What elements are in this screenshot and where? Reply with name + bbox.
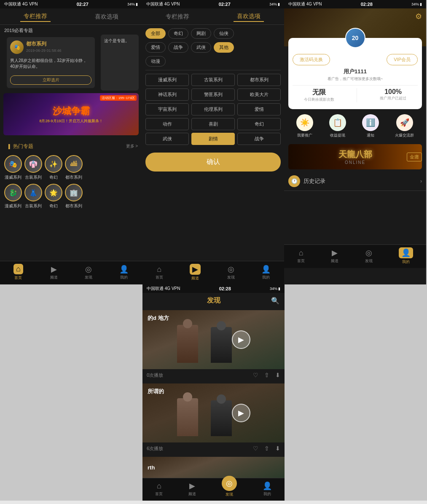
grid-tag-10[interactable]: 喜剧: [191, 118, 235, 130]
content-card-1: 🎭 都市系列 2019-06-29 01:58:46 男人28岁之前都很自信，3…: [7, 37, 95, 88]
nav-tab-col-2[interactable]: 专栏推荐: [162, 12, 193, 21]
time-1: 02:27: [77, 2, 89, 7]
history-section[interactable]: 🕐 历史记录 ›: [284, 172, 426, 191]
topic-item-2[interactable]: ✨ 奇幻: [45, 155, 62, 180]
grid-tag-9[interactable]: 动作: [145, 118, 189, 130]
bottom-nav-home-4[interactable]: ⌂ 首页: [155, 482, 163, 497]
bottom-nav-channel-1[interactable]: ▶ 频道: [50, 265, 58, 280]
settings-icon[interactable]: ⚙: [415, 12, 422, 21]
banner-title: 沙城争霸: [39, 105, 102, 118]
like-icon-1[interactable]: ♡: [253, 445, 258, 452]
activate-btn[interactable]: 激活码兑换: [293, 54, 330, 65]
action-notify[interactable]: ℹ️ 通知: [362, 114, 379, 138]
grid-tag-13[interactable]: 剧情: [191, 133, 235, 145]
tag-xianxia[interactable]: 仙侠: [214, 28, 234, 39]
watch-now-button[interactable]: 立即选片: [10, 75, 91, 85]
home-icon-1: ⌂: [13, 264, 23, 274]
grid-tag-8[interactable]: 爱情: [237, 103, 281, 115]
topic-avatar-3: 🏙: [65, 155, 83, 173]
battery-icons-4: 34%▮: [270, 287, 280, 291]
tag-all[interactable]: 全部: [145, 28, 166, 39]
tag-war[interactable]: 战争: [168, 42, 188, 53]
time-4: 02:28: [219, 286, 231, 291]
bottom-nav-discover-1[interactable]: ◎ 发现: [85, 265, 92, 280]
play-btn-0[interactable]: ▶: [232, 330, 250, 349]
play-btn-1[interactable]: ▶: [232, 404, 250, 422]
search-icon-4[interactable]: 🔍: [271, 297, 279, 305]
grid-tag-4[interactable]: 警匪系列: [191, 88, 235, 101]
topic-item-0[interactable]: 🎭 漫威系列: [4, 155, 22, 180]
bottom-nav-my-2[interactable]: 👤 我的: [261, 265, 271, 280]
share-icon-1[interactable]: ⇧: [264, 445, 269, 452]
topic-item-1[interactable]: 👘 古装系列: [24, 155, 42, 180]
bottom-nav-channel-4[interactable]: ▶ 频道: [188, 481, 196, 497]
more-link[interactable]: 更多: [126, 143, 138, 149]
nav-tab-likes-2[interactable]: 喜欢选项: [234, 12, 264, 22]
action-revenue[interactable]: 📋 收益提现: [329, 114, 346, 138]
confirm-button[interactable]: 确认: [145, 153, 281, 172]
profile-stats: 无限 今日剩余观影次数 100% 推广用户已超过: [293, 85, 418, 105]
video-thumb-0[interactable]: 的d 地方 ▶: [142, 310, 285, 369]
bottom-nav-discover-3[interactable]: ◎ 发现: [365, 248, 373, 264]
bottom-nav-home-3[interactable]: ⌂ 首页: [297, 249, 305, 264]
my-icon-2: 👤: [261, 265, 271, 274]
grid-tag-11[interactable]: 奇幻: [237, 118, 281, 130]
vip-btn[interactable]: VIP会员: [387, 54, 418, 65]
topic-avatar-4: 🐉: [4, 184, 22, 201]
screen-2: 中国联通 4G VPN 02:27 34%▮ 专栏推荐 喜欢选项 全部 奇幻 网…: [142, 0, 284, 284]
tag-wuxia[interactable]: 武侠: [191, 42, 211, 53]
grid-tag-6[interactable]: 宇宙系列: [145, 103, 189, 115]
history-text: 历史记录: [303, 177, 325, 185]
grid-tag-12[interactable]: 武侠: [145, 133, 189, 145]
topic-item-3[interactable]: 🏙 都市系列: [65, 155, 83, 180]
topic-avatar-2: ✨: [45, 155, 62, 173]
game-title: 天龍八部: [338, 149, 372, 160]
play-count-1: 6次播放: [147, 445, 163, 452]
download-icon-0[interactable]: ⬇: [275, 372, 280, 378]
bottom-nav-my-3[interactable]: 👤 我的: [399, 247, 413, 265]
bottom-nav-discover-4[interactable]: ◎ 发现: [222, 481, 237, 497]
topic-item-7[interactable]: 🏢 都市系列: [65, 184, 83, 209]
discover-label-1: 发现: [85, 275, 92, 280]
likes-content: 全部 奇幻 网剧 仙侠 爱情 战争 武侠 其他 动漫 漫威系列 古装系列 都市系…: [142, 25, 284, 261]
nav-tab-column[interactable]: 专栏推荐: [20, 12, 51, 22]
tag-other[interactable]: 其他: [214, 42, 234, 53]
topic-item-5[interactable]: 👗 古装系列: [24, 184, 42, 209]
share-icon-0[interactable]: ⇧: [264, 372, 269, 378]
tag-love[interactable]: 爱情: [145, 42, 166, 53]
topics-header: 热门专题 更多: [0, 138, 142, 153]
action-promote[interactable]: ☀️ 我要推广: [296, 114, 313, 138]
nav-tab-likes[interactable]: 喜欢选项: [91, 12, 122, 21]
topic-item-4[interactable]: 🐉 漫威系列: [4, 184, 22, 209]
grid-tag-0[interactable]: 漫威系列: [145, 74, 189, 86]
like-icon-0[interactable]: ♡: [253, 372, 258, 378]
grid-tag-7[interactable]: 伦理系列: [191, 103, 235, 115]
tag-drama[interactable]: 网剧: [191, 28, 211, 39]
tag-fantasy[interactable]: 奇幻: [168, 28, 188, 39]
card-title-1: 都市系列: [26, 40, 91, 48]
grid-tag-3[interactable]: 神话系列: [145, 88, 189, 101]
tag-grid: 漫威系列 古装系列 都市系列 神话系列 警匪系列 欧美大片 宇宙系列 伦理系列 …: [145, 74, 281, 145]
cards-row: 🎭 都市系列 2019-06-29 01:58:46 男人28岁之前都很自信，3…: [0, 35, 142, 91]
bottom-nav-1: ⌂ 首页 ▶ 频道 ◎ 发现 👤 我的: [0, 261, 142, 284]
video-thumb-1[interactable]: 所谓的 ▶: [142, 383, 285, 442]
bottom-nav-my-1[interactable]: 👤 我的: [119, 265, 129, 280]
game-banner-3[interactable]: 天龍八部 ONLINE 金庸: [288, 144, 422, 169]
grid-tag-14[interactable]: 战争: [237, 133, 281, 145]
bottom-nav-home-1[interactable]: ⌂ 首页: [13, 264, 23, 281]
grid-tag-5[interactable]: 欧美大片: [237, 88, 281, 101]
bottom-nav-channel-3[interactable]: ▶ 频道: [331, 248, 338, 264]
channel-label-1: 频道: [50, 275, 58, 280]
action-group[interactable]: 🚀 火爆交流群: [395, 114, 414, 138]
grid-tag-1[interactable]: 古装系列: [191, 74, 235, 86]
download-icon-1[interactable]: ⬇: [275, 445, 280, 452]
tag-anime[interactable]: 动漫: [145, 56, 166, 67]
bottom-nav-channel-2[interactable]: ▶ 频道: [190, 264, 201, 281]
grid-tag-2[interactable]: 都市系列: [237, 74, 281, 86]
bottom-nav-home-2[interactable]: ⌂ 首页: [156, 265, 163, 280]
video-card-2-partial[interactable]: rth: [142, 457, 285, 478]
game-banner-1[interactable]: 沙城争霸 8月28-9月19日！开启万人跨服厮杀！ 活动区服：155~173区: [3, 93, 139, 135]
topic-item-6[interactable]: 🌟 奇幻: [45, 184, 62, 209]
bottom-nav-discover-2[interactable]: ◎ 发现: [227, 265, 235, 280]
bottom-nav-my-4[interactable]: 👤 我的: [263, 481, 272, 497]
